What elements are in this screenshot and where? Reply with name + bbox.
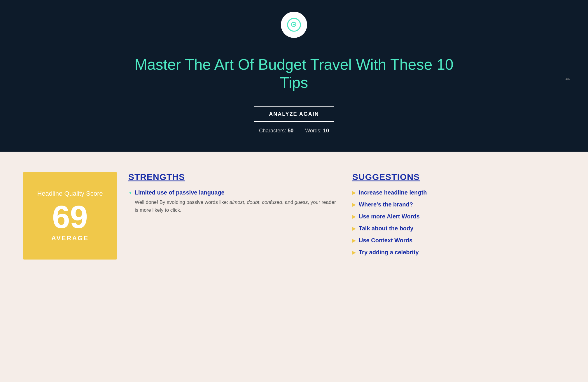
suggestion-item-5[interactable]: ▶ Try adding a celebrity — [352, 249, 565, 256]
suggestion-text-5: Try adding a celebrity — [359, 249, 419, 256]
arrow-icon: ▶ — [352, 202, 356, 207]
arrow-icon: ▶ — [352, 226, 356, 231]
strength-item: ▼ Limited use of passive language Well d… — [128, 189, 341, 214]
suggestion-text-4: Use Context Words — [359, 237, 412, 244]
logo — [281, 12, 307, 38]
arrow-icon: ▶ — [352, 250, 356, 255]
suggestion-item-1[interactable]: ▶ Where's the brand? — [352, 201, 565, 208]
suggestion-text-3: Talk about the body — [359, 225, 413, 232]
stats-line: Characters: 50 Words: 10 — [259, 128, 329, 134]
suggestions-heading: SUGGESTIONS — [352, 172, 565, 182]
words-value: 10 — [323, 128, 329, 134]
score-label: Headline Quality Score — [37, 190, 103, 198]
words-stat: Words: 10 — [305, 128, 329, 134]
suggestion-item-2[interactable]: ▶ Use more Alert Words — [352, 213, 565, 220]
results-section: Headline Quality Score 69 AVERAGE STRENG… — [0, 152, 588, 281]
strengths-heading: STRENGTHS — [128, 172, 341, 182]
suggestions-section: SUGGESTIONS ▶ Increase headline length ▶… — [352, 172, 565, 261]
characters-stat: Characters: 50 — [259, 128, 293, 134]
headline-title: Master The Art Of Budget Travel With The… — [119, 55, 469, 92]
score-number: 69 — [52, 201, 88, 233]
arrow-icon: ▶ — [352, 238, 356, 243]
strength-title: Limited use of passive language — [135, 189, 225, 196]
suggestion-item-4[interactable]: ▶ Use Context Words — [352, 237, 565, 244]
logo-icon — [287, 17, 301, 32]
characters-value: 50 — [288, 128, 293, 134]
hero-section: Master The Art Of Budget Travel With The… — [0, 0, 588, 152]
edit-icon[interactable]: ✏ — [566, 76, 570, 83]
arrow-icon: ▶ — [352, 190, 356, 195]
suggestion-item-0[interactable]: ▶ Increase headline length — [352, 189, 565, 196]
analyze-again-button[interactable]: ANALYZE AGAIN — [254, 106, 334, 122]
strength-body: Well done! By avoiding passive words lik… — [128, 198, 341, 214]
score-rating: AVERAGE — [51, 234, 89, 242]
suggestion-text-2: Use more Alert Words — [359, 213, 420, 220]
svg-point-1 — [293, 24, 295, 25]
strengths-section: STRENGTHS ▼ Limited use of passive langu… — [128, 172, 341, 218]
chevron-down-icon: ▼ — [128, 191, 132, 195]
score-box: Headline Quality Score 69 AVERAGE — [23, 172, 117, 260]
suggestion-item-3[interactable]: ▶ Talk about the body — [352, 225, 565, 232]
strength-header: ▼ Limited use of passive language — [128, 189, 341, 196]
arrow-icon: ▶ — [352, 214, 356, 219]
suggestion-text-1: Where's the brand? — [359, 201, 413, 208]
suggestion-text-0: Increase headline length — [359, 189, 427, 196]
